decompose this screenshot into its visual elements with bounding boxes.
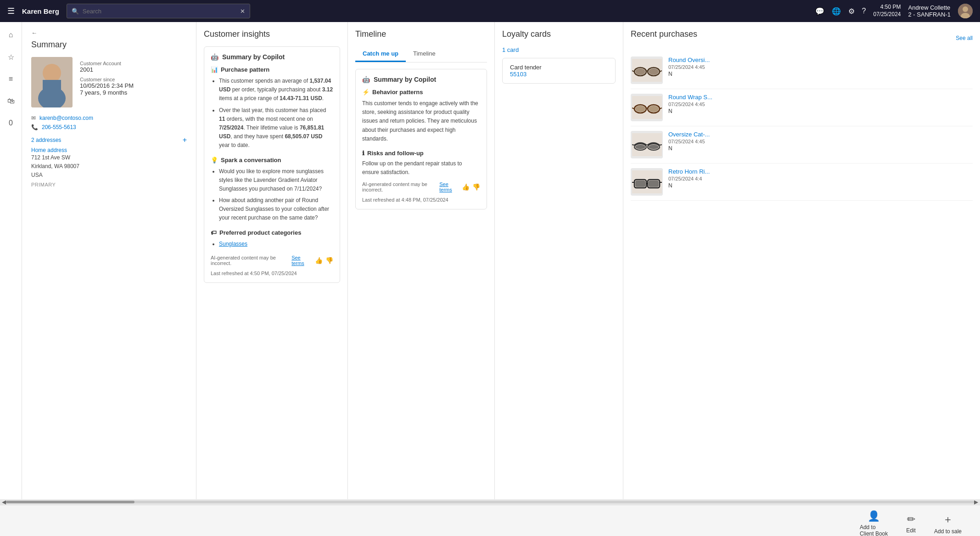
edit-button[interactable]: ✏ Edit [906, 513, 916, 534]
ai-disclaimer2: AI-generated content may be incorrect. [362, 181, 437, 192]
thumbs-down-icon2[interactable]: 👎 [472, 183, 480, 191]
customer-photo [31, 57, 73, 107]
sidebar-menu-icon[interactable]: ≡ [4, 72, 18, 86]
phone-link[interactable]: 206-555-5613 [42, 124, 76, 130]
svg-point-13 [649, 68, 659, 75]
list-item: How about adding another pair of Round O… [219, 196, 333, 223]
tab-timeline[interactable]: Timeline [406, 46, 443, 62]
purchase-name[interactable]: Round Wrap S... [668, 94, 973, 101]
search-bar[interactable]: 🔍 ✕ [67, 4, 250, 18]
list-item: Sunglasses [219, 240, 333, 248]
date-value: 07/25/2024 [873, 11, 901, 18]
sidebar-bag-icon[interactable]: 🛍 [4, 94, 18, 108]
list-item: This customer spends an average of 1,537… [219, 77, 333, 103]
purchase-price: N [668, 108, 973, 114]
sidebar-zero-icon[interactable]: 0 [4, 116, 18, 130]
purchase-price: N [668, 71, 973, 77]
svg-point-19 [635, 106, 645, 112]
purchase-pattern-list: This customer spends an average of 1,537… [211, 77, 333, 150]
tab-catchmeup[interactable]: Catch me up [355, 46, 406, 62]
card-tender-value: 55103 [510, 71, 608, 78]
svg-point-4 [43, 64, 61, 82]
purchase-pattern-title: 📊 Purchase pattern [211, 66, 333, 73]
add-address-button[interactable]: + [183, 136, 187, 144]
purchase-price: N [668, 182, 973, 189]
timeline-refresh-text: Last refreshed at 4:48 PM, 07/25/2024 [362, 197, 448, 203]
add-to-client-book-button[interactable]: 👤 Add toClient Book [860, 510, 888, 536]
since-date: 10/05/2016 2:34 PM [80, 82, 187, 89]
purchases-panel: Recent purchases See all [623, 22, 980, 499]
spark-title: 💡 Spark a conversation [211, 157, 333, 164]
copilot-header: 🤖 Summary by Copilot [211, 53, 333, 61]
addresses-label[interactable]: 2 addresses [31, 137, 61, 143]
risk-icon: ℹ [362, 150, 364, 157]
address-line2: Kirkland, WA 98007 [31, 162, 187, 171]
purchase-info: Oversize Cat-... 07/25/2024 4:45 N [668, 131, 973, 152]
svg-point-26 [635, 145, 645, 149]
svg-point-12 [635, 68, 645, 75]
scrollbar-area[interactable]: ◀ ▶ [0, 499, 980, 505]
copilot-icon: 🤖 [211, 53, 218, 61]
thumbs-down-icon[interactable]: 👎 [325, 257, 333, 264]
list-item: Over the last year, this customer has pl… [219, 106, 333, 150]
email-icon: ✉ [31, 115, 36, 121]
add-to-sale-button[interactable]: ＋ Add to sale [934, 513, 962, 535]
svg-line-25 [660, 145, 662, 145]
see-terms-link[interactable]: See terms [291, 255, 312, 266]
risk-text: Follow up on the pendant repair status t… [362, 159, 480, 177]
chat-icon[interactable]: 💬 [815, 7, 824, 16]
purchase-name[interactable]: Retro Horn Ri... [668, 168, 973, 175]
nav-icons: 💬 🌐 ⚙ ? [815, 7, 866, 16]
see-all-link[interactable]: See all [956, 35, 973, 41]
scrollbar-track[interactable] [6, 501, 974, 503]
sidebar-home-icon[interactable]: ⌂ [4, 28, 18, 42]
scroll-right-arrow[interactable]: ▶ [974, 499, 978, 505]
svg-rect-35 [649, 181, 659, 187]
search-icon: 🔍 [72, 8, 79, 15]
time-value: 4:50 PM [873, 4, 901, 11]
hamburger-menu[interactable]: ☰ [7, 6, 15, 16]
sidebar-star-icon[interactable]: ☆ [4, 50, 18, 64]
purchase-name[interactable]: Round Oversi... [668, 56, 973, 63]
avatar[interactable] [958, 4, 973, 18]
risk-section: ℹ Risks and follow-up Follow up on the p… [362, 150, 480, 177]
spark-icon: 💡 [211, 157, 218, 164]
scroll-left-arrow[interactable]: ◀ [2, 499, 6, 505]
settings-icon[interactable]: ⚙ [848, 7, 855, 16]
email-link[interactable]: karenb@contoso.com [39, 115, 93, 121]
thumbs-up-icon2[interactable]: 👍 [462, 183, 470, 191]
purchase-name[interactable]: Oversize Cat-... [668, 131, 973, 138]
thumbs-up-icon[interactable]: 👍 [315, 257, 323, 264]
insights-title: Customer insights [204, 29, 340, 39]
since-duration: 7 years, 9 months [80, 89, 187, 96]
purchases-title: Recent purchases [631, 29, 697, 39]
add-to-sale-icon: ＋ [943, 513, 953, 526]
copilot-footer: AI-generated content may be incorrect. S… [211, 255, 333, 266]
customer-header: Customer Account 2001 Customer since 10/… [31, 57, 187, 107]
risk-title: ℹ Risks and follow-up [362, 150, 480, 157]
purchase-date: 07/25/2024 4:4 [668, 176, 973, 181]
sunglasses-link[interactable]: Sunglasses [219, 241, 247, 247]
account-value: 2001 [80, 66, 187, 73]
see-terms-link2[interactable]: See terms [439, 181, 459, 192]
purchase-date: 07/25/2024 4:45 [668, 102, 973, 107]
since-label: Customer since [80, 77, 187, 82]
pattern-icon: 📊 [211, 66, 218, 73]
copilot-card: 🤖 Summary by Copilot 📊 Purchase pattern … [204, 46, 340, 283]
purchase-thumbnail [631, 168, 663, 196]
timeline-title: Timeline [355, 29, 487, 39]
loyalty-title: Loyalty cards [502, 29, 616, 39]
timeline-panel: Timeline Catch me up Timeline 🤖 Summary … [348, 22, 495, 499]
scrollbar-thumb[interactable] [6, 501, 134, 503]
help-icon[interactable]: ? [862, 7, 866, 15]
search-input[interactable] [83, 8, 236, 15]
globe-icon[interactable]: 🌐 [832, 7, 841, 16]
back-button[interactable]: ← [31, 29, 187, 36]
store-info: 2 - SANFRAN-1 [908, 11, 951, 18]
phone-icon: 📞 [31, 124, 38, 130]
purchase-item: Round Oversi... 07/25/2024 4:45 N [631, 52, 973, 89]
add-client-book-icon: 👤 [868, 510, 880, 522]
email-contact: ✉ karenb@contoso.com [31, 115, 187, 121]
add-to-sale-label: Add to sale [934, 528, 962, 535]
clear-search-icon[interactable]: ✕ [240, 8, 245, 15]
